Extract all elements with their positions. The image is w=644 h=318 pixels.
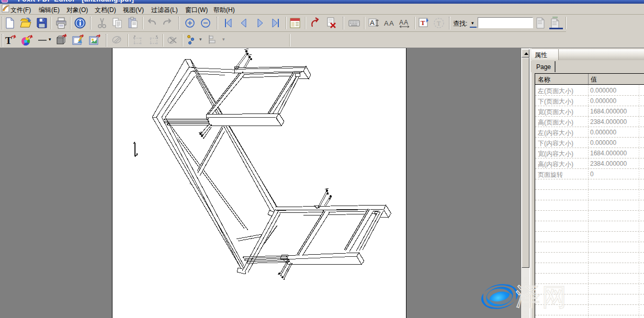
svg-text:T: T <box>421 19 425 27</box>
svg-text:A: A <box>404 19 408 26</box>
svg-text:T: T <box>5 35 12 46</box>
svg-text:A: A <box>370 19 375 27</box>
svg-text:T: T <box>437 20 441 27</box>
svg-text:A: A <box>389 19 394 27</box>
svg-text:A: A <box>384 19 389 27</box>
svg-text:A: A <box>399 19 403 26</box>
